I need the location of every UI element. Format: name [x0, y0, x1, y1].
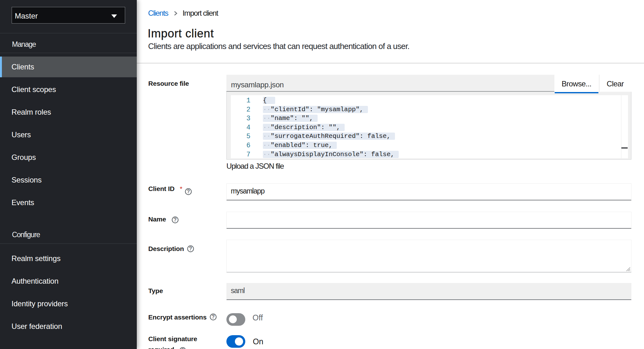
svg-text:?: ? — [174, 217, 177, 222]
svg-text:?: ? — [181, 348, 184, 349]
svg-text:?: ? — [212, 314, 215, 319]
svg-text:?: ? — [189, 246, 192, 251]
svg-text:?: ? — [187, 189, 190, 194]
